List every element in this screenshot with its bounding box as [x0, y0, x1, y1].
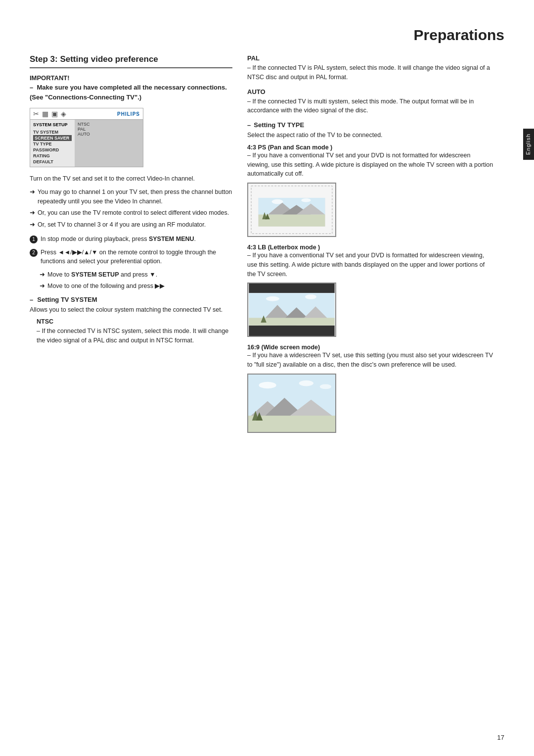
setting-tv-type-title: – Setting TV TYPE: [247, 121, 494, 129]
menu-mockup: ✂ ▦ ▣ ◈ PHILIPS SYSTEM SETUP TV SYSTEM S…: [30, 108, 143, 167]
setting-tv-type-section: – Setting TV TYPE Select the aspect rati…: [247, 121, 494, 433]
page-title: Preparations: [414, 27, 504, 43]
turn-on-text: Turn on the TV set and set it to the cor…: [30, 174, 232, 184]
ntsc-label: NTSC: [37, 318, 232, 325]
ntsc-body: – If the connected TV is NTSC system, se…: [37, 327, 232, 345]
sub-arrow-following: ➜ Move to one of the following and press…: [40, 282, 232, 291]
svg-point-27: [259, 381, 276, 388]
tv-type-intro: Select the aspect ratio of the TV to be …: [247, 131, 494, 140]
svg-point-9: [272, 199, 283, 204]
menu-left-panel: SYSTEM SETUP TV SYSTEM SCREEN SAVER TV T…: [30, 120, 75, 167]
arrow-item-1: ➜ You may go to channel 1 on your TV set…: [30, 188, 232, 206]
arrow-text-setup: Move to SYSTEM SETUP and press ▼.: [47, 270, 157, 280]
svg-rect-12: [249, 284, 334, 293]
auto-body: – If the connected TV is multi system, s…: [247, 97, 494, 116]
lb-tv-image: [247, 283, 336, 337]
setting-tv-system-title: – Setting TV SYSTEM: [30, 296, 232, 303]
arrow-sym-following: ➜: [40, 282, 45, 291]
svg-rect-13: [249, 326, 334, 336]
important-block: IMPORTANT! – Make sure you have complete…: [30, 74, 232, 102]
svg-point-28: [299, 380, 313, 386]
menu-item-password: PASSWORD: [33, 147, 72, 153]
pal-body: – If the connected TV is PAL system, sel…: [247, 63, 494, 82]
svg-point-10: [301, 198, 311, 202]
menu-item-tvtype: TV TYPE: [33, 141, 72, 147]
arrow-sym-setup: ➜: [40, 270, 45, 280]
num-text-1: In stop mode or during playback, press S…: [41, 235, 232, 244]
ws-body: – If you have a widescreen TV set, use t…: [247, 351, 494, 370]
lb-label: 4:3 LB (Letterbox mode ): [247, 244, 494, 251]
ps-type-block: 4:3 PS (Pan and Scan mode ) – If you hav…: [247, 144, 494, 237]
arrow-text-1: You may go to channel 1 on your TV set, …: [38, 188, 232, 206]
auto-section: AUTO – If the connected TV is multi syst…: [247, 88, 494, 116]
ws-label: 16:9 (Wide screen mode): [247, 344, 494, 351]
ps-tv-image: [247, 183, 336, 237]
pal-label: PAL: [247, 54, 494, 62]
ps-label: 4:3 PS (Pan and Scan mode ): [247, 144, 494, 151]
menu-header: ✂ ▦ ▣ ◈ PHILIPS: [30, 108, 143, 120]
arrow-text-following: Move to one of the following and press ▶…: [47, 282, 165, 291]
num-text-2: Press ◄◄/▶▶/▲/▼ on the remote control to…: [41, 248, 232, 267]
menu-item-screensaver: SCREEN SAVER: [33, 135, 72, 141]
setting-tv-system-section: – Setting TV SYSTEM Allows you to select…: [30, 296, 232, 345]
numbered-item-2: 2 Press ◄◄/▶▶/▲/▼ on the remote control …: [30, 248, 232, 267]
philips-logo: PHILIPS: [117, 111, 140, 117]
svg-point-19: [266, 296, 279, 301]
menu-icon-scissors: ✂: [33, 110, 39, 118]
menu-val-pal: PAL: [78, 127, 140, 132]
svg-point-29: [320, 384, 331, 389]
arrow-item-3: ➜ Or, set TV to channel 3 or 4 if you ar…: [30, 220, 232, 230]
svg-point-20: [305, 294, 316, 299]
arrow-text-3: Or, set TV to channel 3 or 4 if you are …: [38, 220, 206, 230]
pal-section: PAL – If the connected TV is PAL system,…: [247, 54, 494, 82]
step-heading: Step 3: Setting video preference: [30, 54, 232, 68]
lb-body: – If you have a conventional TV set and …: [247, 251, 494, 279]
language-tab: English: [523, 129, 534, 160]
menu-right-panel: NTSC PAL AUTO: [75, 120, 143, 167]
important-text: – Make sure you have completed all the n…: [30, 83, 232, 102]
menu-body: SYSTEM SETUP TV SYSTEM SCREEN SAVER TV T…: [30, 120, 143, 167]
arrow-item-2: ➜ Or, you can use the TV remote control …: [30, 208, 232, 218]
num-circle-1: 1: [30, 236, 38, 243]
arrow-sym-3: ➜: [30, 220, 35, 230]
menu-item-rating: RATING: [33, 153, 72, 159]
ps-body: – If you have a conventional TV set and …: [247, 151, 494, 179]
menu-item-default: DEFAULT: [33, 159, 72, 165]
menu-val-ntsc: NTSC: [78, 122, 140, 127]
num-circle-2: 2: [30, 249, 38, 257]
important-label: IMPORTANT!: [30, 74, 232, 82]
menu-title: SYSTEM SETUP: [33, 122, 72, 128]
arrow-sym-1: ➜: [30, 188, 35, 206]
lb-type-block: 4:3 LB (Letterbox mode ) – If you have a…: [247, 244, 494, 337]
numbered-item-1: 1 In stop mode or during playback, press…: [30, 235, 232, 244]
menu-item-tvsystem: TV SYSTEM: [33, 129, 72, 135]
left-column: Step 3: Setting video preference IMPORTA…: [30, 54, 232, 440]
sub-arrow-setup: ➜ Move to SYSTEM SETUP and press ▼.: [40, 270, 232, 280]
right-column: PAL – If the connected TV is PAL system,…: [247, 54, 494, 440]
page-number: 17: [497, 734, 504, 741]
ws-tv-image: [247, 374, 336, 433]
arrow-sym-2: ➜: [30, 208, 35, 218]
menu-icon-box: ▣: [51, 110, 58, 118]
menu-icon-speaker: ◈: [61, 110, 66, 118]
menu-icon-grid: ▦: [42, 110, 48, 118]
menu-val-auto: AUTO: [78, 132, 140, 137]
arrow-text-2: Or, you can use the TV remote control to…: [38, 208, 229, 218]
auto-label: AUTO: [247, 88, 494, 95]
tv-system-body: Allows you to select the colour system m…: [30, 305, 232, 315]
ws-type-block: 16:9 (Wide screen mode) – If you have a …: [247, 344, 494, 433]
